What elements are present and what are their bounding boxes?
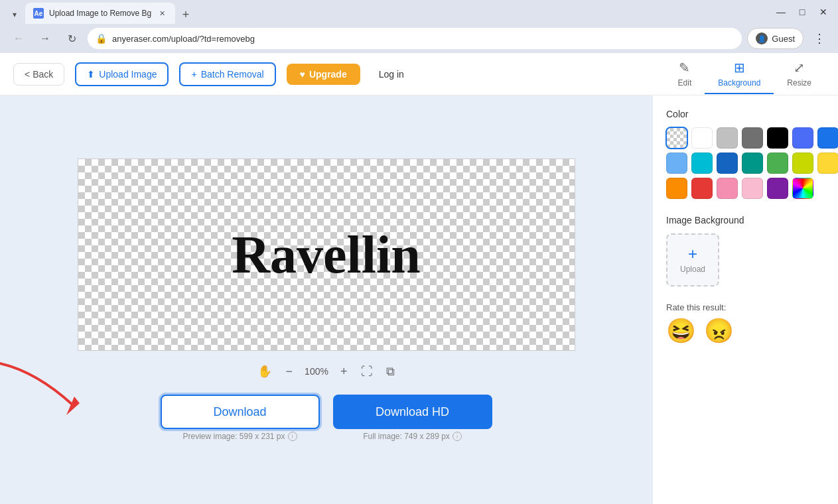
refresh-button[interactable]: ↻ <box>61 28 82 49</box>
tab-switcher[interactable]: ▾ <box>5 5 24 24</box>
color-swatch-blue-violet[interactable] <box>792 127 813 149</box>
profile-button[interactable]: 👤 Guest <box>747 28 803 49</box>
upload-image-button[interactable]: ⬆ Upload Image <box>75 62 169 86</box>
split-view-button[interactable]: ⧉ <box>384 362 397 381</box>
color-swatch-black[interactable] <box>767 127 788 149</box>
color-swatch-pink[interactable] <box>717 178 738 199</box>
upload-label: Upload Image <box>99 69 157 80</box>
back-button[interactable]: < Back <box>13 63 64 86</box>
forward-nav-button[interactable]: → <box>35 28 56 49</box>
tab-resize[interactable]: ⤢ Resize <box>774 54 825 94</box>
download-label: Download <box>213 405 266 419</box>
canvas-area: Ravellin ✋ − 100% + ⛶ ⧉ Download <box>0 95 652 504</box>
lock-icon: 🔒 <box>96 33 107 44</box>
color-grid <box>666 127 825 199</box>
full-image-text: Full image: 749 x 289 px <box>363 432 450 441</box>
window-controls: — □ ✕ <box>772 3 833 24</box>
color-swatch-yellow-green[interactable] <box>792 153 813 174</box>
browser-window: ▾ Ae Upload Image to Remove Bg ✕ + — □ ✕… <box>0 0 838 504</box>
thumbs-down-emoji-button[interactable]: 😠 <box>704 319 734 343</box>
download-hd-section: Download HD Full image: 749 x 289 px i <box>333 395 492 441</box>
color-swatch-light-blue[interactable] <box>666 153 687 174</box>
download-section: Download Preview image: 599 x 231 px i <box>161 395 320 441</box>
profile-label: Guest <box>772 34 795 44</box>
download-hd-button[interactable]: Download HD <box>333 395 492 429</box>
back-label: Back <box>33 69 53 80</box>
main-content: Ravellin ✋ − 100% + ⛶ ⧉ Download <box>0 95 838 504</box>
image-container: Ravellin <box>78 158 575 351</box>
color-swatch-light-pink[interactable] <box>742 178 763 199</box>
rate-title: Rate this result: <box>666 302 825 312</box>
zoom-out-button[interactable]: − <box>283 362 295 381</box>
browser-menu-button[interactable]: ⋮ <box>809 28 830 49</box>
login-label: Log in <box>379 69 404 80</box>
heart-icon: ♥ <box>300 69 305 80</box>
download-button[interactable]: Download <box>161 395 320 429</box>
color-swatch-teal[interactable] <box>742 153 763 174</box>
full-info-icon[interactable]: i <box>453 432 462 441</box>
preview-text: Preview image: 599 x 231 px <box>182 432 285 441</box>
resize-tab-label: Resize <box>787 78 811 88</box>
app-header: < Back ⬆ Upload Image + Batch Removal ♥ … <box>0 53 838 95</box>
fullscreen-button[interactable]: ⛶ <box>358 362 376 381</box>
color-swatch-dark-gray[interactable] <box>742 127 763 149</box>
tab-edit[interactable]: ✎ Edit <box>665 54 705 94</box>
address-input[interactable]: 🔒 anyeraser.com/upload/?td=removebg <box>88 28 742 49</box>
color-swatch-cyan[interactable] <box>691 153 713 174</box>
bottom-actions: Download Preview image: 599 x 231 px i D… <box>161 395 492 441</box>
back-chevron-icon: < <box>25 69 30 80</box>
color-section-title: Color <box>666 109 825 119</box>
login-button[interactable]: Log in <box>371 64 412 85</box>
full-image-label: Full image: 749 x 289 px i <box>363 432 462 441</box>
download-hd-label: Download HD <box>376 405 449 418</box>
batch-icon: + <box>191 69 196 80</box>
tab-close-button[interactable]: ✕ <box>157 8 167 19</box>
color-swatch-transparent[interactable] <box>666 127 687 149</box>
zoom-in-button[interactable]: + <box>338 362 350 381</box>
image-bg-title: Image Background <box>666 215 825 225</box>
signature-text: Ravellin <box>232 225 420 285</box>
preview-info-icon[interactable]: i <box>288 432 297 441</box>
arrow-annotation <box>0 355 100 424</box>
tab-background[interactable]: ⊞ Background <box>705 54 774 94</box>
back-nav-button[interactable]: ← <box>8 28 29 49</box>
upload-bg-label: Upload <box>680 265 705 274</box>
color-swatch-orange[interactable] <box>666 178 687 199</box>
new-tab-button[interactable]: + <box>176 5 195 24</box>
zoom-level: 100% <box>303 366 330 377</box>
thumbs-up-emoji-button[interactable]: 😆 <box>666 319 696 343</box>
profile-avatar: 👤 <box>756 32 768 44</box>
color-swatch-dark-blue[interactable] <box>717 153 738 174</box>
right-panel: Color <box>652 95 838 504</box>
tab-title: Upload Image to Remove Bg <box>49 9 151 18</box>
preview-image-label: Preview image: 599 x 231 px i <box>182 432 297 441</box>
color-swatch-rainbow[interactable] <box>792 178 813 199</box>
svg-marker-0 <box>66 397 80 415</box>
canvas-image: Ravellin <box>78 158 575 351</box>
address-bar: ← → ↻ 🔒 anyeraser.com/upload/?td=removeb… <box>0 24 838 53</box>
active-tab[interactable]: Ae Upload Image to Remove Bg ✕ <box>25 3 175 24</box>
emoji-row: 😆 😠 <box>666 319 825 343</box>
color-swatch-white[interactable] <box>691 127 713 149</box>
edit-icon: ✎ <box>679 60 690 76</box>
tab-bar: ▾ Ae Upload Image to Remove Bg ✕ + — □ ✕ <box>0 0 838 24</box>
rate-section: Rate this result: 😆 😠 <box>666 302 825 343</box>
color-swatch-yellow[interactable] <box>817 153 838 174</box>
color-section: Color <box>666 109 825 199</box>
color-swatch-red[interactable] <box>691 178 713 199</box>
upgrade-button[interactable]: ♥ Upgrade <box>287 64 360 85</box>
batch-removal-button[interactable]: + Batch Removal <box>179 62 275 86</box>
color-swatch-light-gray[interactable] <box>717 127 738 149</box>
batch-label: Batch Removal <box>201 69 264 80</box>
color-swatch-blue[interactable] <box>817 127 838 149</box>
pan-tool-button[interactable]: ✋ <box>255 361 275 381</box>
maximize-button[interactable]: □ <box>793 3 811 21</box>
close-button[interactable]: ✕ <box>814 3 833 21</box>
minimize-button[interactable]: — <box>772 3 790 21</box>
color-swatch-green[interactable] <box>767 153 788 174</box>
resize-icon: ⤢ <box>794 60 805 76</box>
color-swatch-purple[interactable] <box>767 178 788 199</box>
upload-bg-plus-icon: + <box>688 246 697 262</box>
tool-tabs: ✎ Edit ⊞ Background ⤢ Resize <box>665 54 825 94</box>
upload-background-button[interactable]: + Upload <box>666 233 719 286</box>
